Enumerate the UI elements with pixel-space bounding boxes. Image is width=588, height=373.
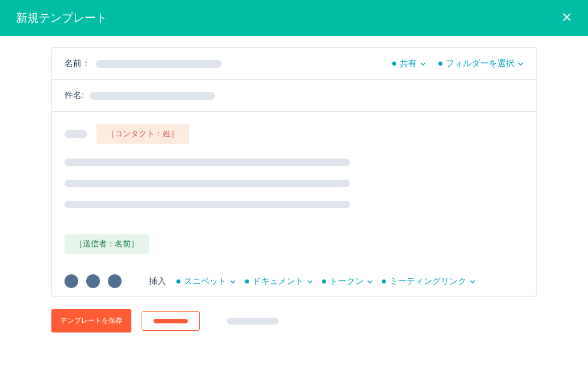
modal-header: 新規テンプレート <box>0 0 588 36</box>
editor-toolbar: 挿入 スニペット ドキュメント トークン <box>52 266 536 296</box>
text-placeholder <box>65 180 350 187</box>
text-placeholder <box>65 130 87 138</box>
share-dropdown[interactable]: 共有 <box>392 58 426 69</box>
folder-dropdown[interactable]: フォルダーを選択 <box>438 58 523 69</box>
insert-menus: スニペット ドキュメント トークン ミーティングリンク <box>176 276 476 287</box>
template-panel: 名前： 共有 フォルダーを選択 件名: <box>51 47 537 297</box>
name-label: 名前： <box>65 58 90 69</box>
chevron-down-icon <box>367 277 373 286</box>
body-line-1: ［コンタクト：姓］ <box>65 124 523 144</box>
insert-token[interactable]: トークン <box>322 276 373 287</box>
meeting-link-label: ミーティングリンク <box>389 276 466 287</box>
insert-meeting-link[interactable]: ミーティングリンク <box>382 276 476 287</box>
dot-icon <box>382 279 386 283</box>
format-circles <box>65 274 122 288</box>
subject-label: 件名: <box>65 90 84 101</box>
top-actions: 共有 フォルダーを選択 <box>392 58 523 69</box>
format-option-3[interactable] <box>108 274 122 288</box>
name-row: 名前： 共有 フォルダーを選択 <box>52 48 536 80</box>
text-placeholder <box>65 159 350 166</box>
chevron-down-icon <box>420 59 426 68</box>
content: 名前： 共有 フォルダーを選択 件名: <box>0 36 588 333</box>
secondary-button[interactable] <box>142 311 200 331</box>
button-placeholder <box>154 319 188 323</box>
close-button[interactable] <box>562 12 572 25</box>
chevron-down-icon <box>230 277 236 286</box>
dot-icon <box>438 62 442 66</box>
save-button[interactable]: テンプレートを保存 <box>51 309 131 333</box>
token-label: トークン <box>329 276 364 287</box>
dot-icon <box>322 279 326 283</box>
snippet-label: スニペット <box>184 276 227 287</box>
modal-title: 新規テンプレート <box>16 10 107 26</box>
subject-input[interactable] <box>90 92 215 100</box>
chevron-down-icon <box>470 277 476 286</box>
chevron-down-icon <box>518 59 523 68</box>
insert-label: 挿入 <box>149 276 166 287</box>
dot-icon <box>245 279 249 283</box>
token-contact-lastname[interactable]: ［コンタクト：姓］ <box>96 124 189 144</box>
name-input[interactable] <box>96 60 221 68</box>
close-icon <box>562 12 572 25</box>
chevron-down-icon <box>307 277 313 286</box>
insert-document[interactable]: ドキュメント <box>245 276 313 287</box>
subject-row: 件名: <box>52 80 536 112</box>
dot-icon <box>176 279 180 283</box>
share-label: 共有 <box>400 58 417 69</box>
body-editor[interactable]: ［コンタクト：姓］ ［送信者：名前］ <box>52 112 536 266</box>
dot-icon <box>392 62 396 66</box>
document-label: ドキュメント <box>252 276 304 287</box>
footer-text-placeholder <box>227 318 279 325</box>
insert-snippet[interactable]: スニペット <box>176 276 236 287</box>
folder-label: フォルダーを選択 <box>446 58 514 69</box>
footer: テンプレートを保存 <box>51 297 537 333</box>
text-placeholder <box>65 201 350 208</box>
format-option-2[interactable] <box>86 274 100 288</box>
format-option-1[interactable] <box>65 274 78 288</box>
token-sender-name[interactable]: ［送信者：名前］ <box>65 234 149 254</box>
